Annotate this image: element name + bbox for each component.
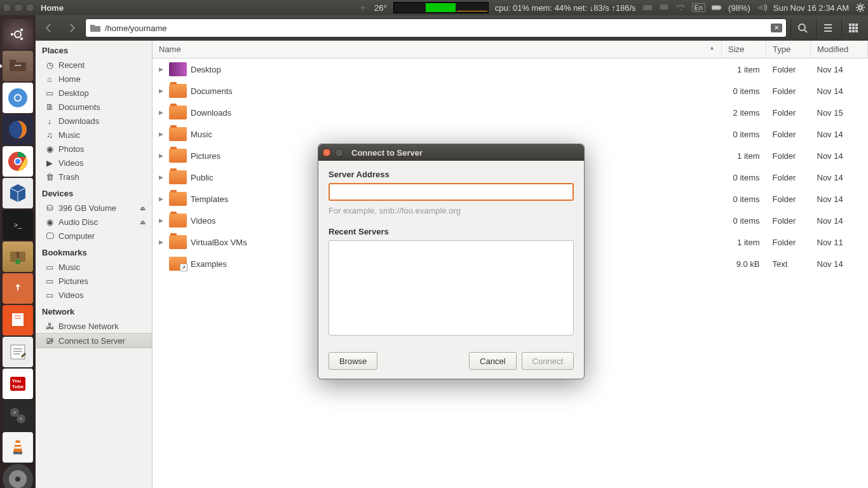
file-row[interactable]: ▶Documents0 itemsFolderNov 14 bbox=[153, 80, 868, 102]
folder-icon bbox=[169, 105, 187, 119]
sidebar-bookmark-videos[interactable]: ▭Videos bbox=[36, 288, 152, 302]
launcher-text-editor[interactable] bbox=[3, 337, 33, 367]
sidebar-item-downloads[interactable]: ↓Downloads bbox=[36, 114, 152, 128]
file-size: 9.0 kB bbox=[722, 253, 766, 274]
places-header: Places bbox=[36, 41, 152, 58]
file-type: Folder bbox=[766, 123, 811, 145]
battery-pct: (98%) bbox=[728, 3, 750, 13]
sidebar-item-documents[interactable]: 🗎Documents bbox=[36, 100, 152, 114]
keyboard-icon[interactable] bbox=[642, 3, 653, 13]
volume-icon[interactable] bbox=[757, 3, 767, 13]
sidebar-bookmark-pictures[interactable]: ▭Pictures bbox=[36, 274, 152, 288]
launcher-archive[interactable] bbox=[3, 241, 33, 272]
gear-icon[interactable] bbox=[855, 3, 865, 13]
file-size: 1 item bbox=[722, 58, 766, 81]
column-type[interactable]: Type bbox=[766, 41, 811, 58]
cancel-button[interactable]: Cancel bbox=[469, 352, 516, 370]
window-maximize-icon[interactable] bbox=[25, 3, 34, 12]
svg-rect-35 bbox=[849, 24, 851, 26]
expand-icon[interactable]: ▶ bbox=[159, 109, 165, 116]
sidebar-item-home[interactable]: ⌂Home bbox=[36, 72, 152, 86]
dialog-close-icon[interactable] bbox=[322, 148, 331, 157]
search-button[interactable] bbox=[790, 18, 813, 37]
eject-icon[interactable]: ⏏ bbox=[140, 219, 146, 226]
launcher-virtualbox[interactable] bbox=[3, 178, 33, 208]
server-address-input[interactable] bbox=[329, 183, 574, 201]
path-input[interactable] bbox=[105, 24, 767, 33]
launcher-vlc[interactable] bbox=[3, 432, 33, 463]
recent-servers-label: Recent Servers bbox=[329, 227, 574, 236]
expand-icon[interactable]: ▶ bbox=[159, 152, 165, 159]
connect-button[interactable]: Connect bbox=[522, 352, 574, 370]
svg-point-6 bbox=[15, 31, 21, 37]
recent-servers-list[interactable] bbox=[329, 240, 574, 336]
file-modified: Nov 14 bbox=[811, 80, 868, 102]
battery-icon[interactable] bbox=[712, 3, 722, 13]
expand-icon[interactable]: ▶ bbox=[159, 196, 165, 202]
sidebar-item-trash[interactable]: 🗑Trash bbox=[36, 170, 152, 184]
sidebar-item-audio-disc[interactable]: ◉Audio Disc⏏ bbox=[36, 215, 152, 229]
nav-back-button[interactable] bbox=[39, 18, 58, 37]
clear-path-button[interactable]: ✕ bbox=[771, 24, 782, 32]
expand-icon[interactable]: ▶ bbox=[159, 66, 165, 72]
clock-icon: ◷ bbox=[44, 60, 55, 70]
window-minimize-icon[interactable] bbox=[14, 3, 23, 12]
column-size[interactable]: Size bbox=[722, 41, 766, 58]
wifi-icon[interactable] bbox=[675, 3, 686, 13]
sidebar-item-photos[interactable]: ◉Photos bbox=[36, 142, 152, 156]
expand-icon[interactable]: ▶ bbox=[159, 131, 165, 137]
clock[interactable]: Sun Nov 16 2:34 AM bbox=[773, 3, 849, 13]
launcher-firefox[interactable] bbox=[3, 114, 33, 145]
sidebar-item-connect-to-server[interactable]: 🖳Connect to Server bbox=[36, 333, 152, 348]
browse-button[interactable]: Browse bbox=[329, 352, 377, 370]
file-size: 0 items bbox=[722, 210, 766, 231]
launcher-disc[interactable] bbox=[3, 464, 33, 488]
bookmarks-header: Bookmarks bbox=[36, 243, 152, 260]
expand-icon[interactable]: ▶ bbox=[159, 239, 165, 245]
sidebar-item-396-gb-volume[interactable]: ⛁396 GB Volume⏏ bbox=[36, 201, 152, 215]
file-row[interactable]: ▶Desktop1 itemFolderNov 14 bbox=[153, 58, 868, 81]
file-type: Folder bbox=[766, 58, 811, 81]
path-bar[interactable]: ✕ bbox=[85, 18, 787, 37]
launcher-updater[interactable] bbox=[3, 273, 33, 304]
launcher-youtube[interactable]: YouTube bbox=[3, 369, 33, 399]
column-name[interactable]: Name▲ bbox=[153, 41, 722, 58]
doc-icon: 🗎 bbox=[44, 102, 55, 112]
svg-point-33 bbox=[15, 477, 20, 482]
column-modified[interactable]: Modified bbox=[811, 41, 868, 58]
file-name: VirtualBox VMs bbox=[191, 238, 247, 247]
svg-rect-37 bbox=[855, 24, 858, 26]
system-stats: cpu: 01% mem: 44% net: ↓83/s ↑186/s bbox=[495, 3, 636, 13]
system-graph[interactable] bbox=[393, 2, 489, 13]
language-indicator[interactable]: En bbox=[692, 3, 705, 12]
file-name: Examples bbox=[191, 259, 227, 269]
sidebar-item-recent[interactable]: ◷Recent bbox=[36, 58, 152, 72]
sidebar-item-computer[interactable]: 🖵Computer bbox=[36, 229, 152, 243]
sidebar-item-desktop[interactable]: ▭Desktop bbox=[36, 86, 152, 100]
window-close-icon[interactable] bbox=[3, 3, 11, 12]
sidebar-bookmark-music[interactable]: ▭Music bbox=[36, 260, 152, 274]
expand-icon[interactable]: ▶ bbox=[159, 217, 165, 224]
sidebar-item-music[interactable]: ♫Music bbox=[36, 128, 152, 142]
launcher-media[interactable] bbox=[3, 400, 33, 431]
dialog-minimize-icon[interactable] bbox=[335, 148, 344, 157]
launcher-terminal[interactable]: >_ bbox=[3, 210, 33, 240]
file-row[interactable]: ▶Downloads2 itemsFolderNov 15 bbox=[153, 102, 868, 123]
grid-view-button[interactable] bbox=[841, 18, 864, 37]
monitor-icon[interactable] bbox=[659, 3, 669, 13]
eject-icon[interactable]: ⏏ bbox=[140, 205, 146, 212]
sidebar-item-browse-network[interactable]: 🖧Browse Network bbox=[36, 319, 152, 333]
nav-forward-button[interactable] bbox=[62, 18, 81, 37]
launcher-files[interactable] bbox=[3, 51, 33, 81]
expand-icon[interactable]: ▶ bbox=[159, 174, 165, 180]
sidebar-item-videos[interactable]: ▶Videos bbox=[36, 156, 152, 170]
weather-icon[interactable] bbox=[358, 3, 368, 13]
launcher-software-center[interactable] bbox=[3, 305, 33, 336]
view-options-button[interactable] bbox=[816, 18, 839, 37]
file-row[interactable]: ▶Music0 itemsFolderNov 14 bbox=[153, 123, 868, 145]
dialog-titlebar[interactable]: Connect to Server bbox=[318, 144, 584, 161]
launcher-chrome[interactable] bbox=[3, 146, 33, 177]
launcher-chromium[interactable] bbox=[3, 83, 33, 113]
launcher-dash[interactable] bbox=[3, 19, 33, 50]
expand-icon[interactable]: ▶ bbox=[159, 88, 165, 94]
